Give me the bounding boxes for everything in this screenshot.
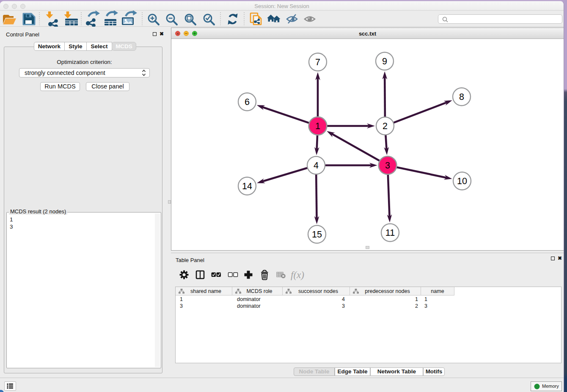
svg-text:1: 1	[315, 121, 320, 131]
svg-text:4: 4	[314, 160, 319, 171]
svg-text:9: 9	[382, 56, 387, 66]
svg-text:15: 15	[312, 229, 322, 240]
svg-text:11: 11	[385, 228, 395, 238]
svg-text:f(x): f(x)	[291, 270, 304, 280]
svg-text:6: 6	[245, 97, 250, 107]
svg-text:10: 10	[457, 176, 467, 186]
svg-text:8: 8	[459, 92, 464, 102]
svg-text:14: 14	[242, 181, 252, 191]
svg-text:7: 7	[315, 57, 320, 67]
svg-text:2: 2	[383, 121, 388, 131]
svg-text:3: 3	[385, 160, 390, 171]
